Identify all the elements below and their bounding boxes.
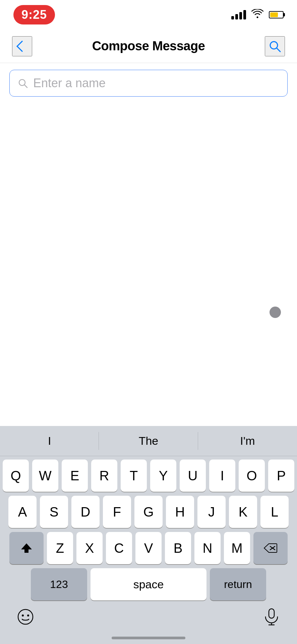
key-row-3: Z X C V B N M xyxy=(2,532,295,564)
return-key[interactable]: return xyxy=(210,568,266,600)
key-w[interactable]: W xyxy=(32,460,58,492)
key-a[interactable]: A xyxy=(8,496,37,528)
key-n[interactable]: N xyxy=(194,532,221,564)
keyboard-rows: Q W E R T Y U I O P A S D F G H J K L xyxy=(0,456,297,602)
svg-rect-9 xyxy=(269,609,274,618)
search-nav-icon xyxy=(268,39,282,54)
signal-bar-4 xyxy=(243,10,246,19)
key-b[interactable]: B xyxy=(165,532,191,564)
key-g[interactable]: G xyxy=(134,496,163,528)
content-area xyxy=(0,103,297,331)
search-input[interactable] xyxy=(33,76,280,90)
time-pill: 9:25 xyxy=(13,5,55,24)
nav-bar: Compose Message xyxy=(0,30,297,63)
back-button[interactable] xyxy=(12,36,32,56)
key-h[interactable]: H xyxy=(166,496,194,528)
key-t[interactable]: T xyxy=(121,460,147,492)
space-key[interactable]: space xyxy=(91,568,206,600)
key-p[interactable]: P xyxy=(268,460,294,492)
shift-key[interactable] xyxy=(9,532,44,564)
suggestion-i[interactable]: I xyxy=(0,426,99,456)
key-f[interactable]: F xyxy=(103,496,131,528)
key-d[interactable]: D xyxy=(71,496,100,528)
key-j[interactable]: J xyxy=(197,496,226,528)
key-u[interactable]: U xyxy=(180,460,206,492)
keyboard: I The I'm Q W E R T Y U I O P A S D F G … xyxy=(0,426,297,644)
svg-point-7 xyxy=(22,614,24,616)
key-row-4: 123 space return xyxy=(2,568,295,600)
key-row-2: A S D F G H J K L xyxy=(2,496,295,528)
signal-bars xyxy=(231,10,246,19)
key-m[interactable]: M xyxy=(224,532,250,564)
key-z[interactable]: Z xyxy=(47,532,73,564)
svg-line-3 xyxy=(24,85,27,88)
key-l[interactable]: L xyxy=(260,496,289,528)
nav-title: Compose Message xyxy=(92,39,205,53)
key-v[interactable]: V xyxy=(135,532,162,564)
svg-point-6 xyxy=(18,609,33,624)
svg-line-1 xyxy=(277,48,280,52)
search-input-wrapper[interactable] xyxy=(9,70,288,97)
status-bar: 9:25 xyxy=(0,0,297,30)
microphone-key[interactable] xyxy=(259,605,284,629)
emoji-key[interactable] xyxy=(13,605,38,629)
key-q[interactable]: Q xyxy=(3,460,29,492)
key-k[interactable]: K xyxy=(229,496,257,528)
home-indicator xyxy=(0,632,297,644)
numbers-key[interactable]: 123 xyxy=(31,568,87,600)
keyboard-bottom-bar xyxy=(0,602,297,632)
battery-icon xyxy=(269,11,284,18)
keyboard-suggestions: I The I'm xyxy=(0,426,297,456)
home-bar xyxy=(112,637,185,639)
delete-key[interactable] xyxy=(253,532,288,564)
search-container xyxy=(0,63,297,103)
key-o[interactable]: O xyxy=(239,460,265,492)
signal-bar-3 xyxy=(239,12,242,19)
suggestion-the[interactable]: The xyxy=(99,426,198,456)
suggestion-im[interactable]: I'm xyxy=(198,426,297,456)
key-r[interactable]: R xyxy=(91,460,117,492)
svg-point-8 xyxy=(27,614,29,616)
search-button[interactable] xyxy=(265,36,285,56)
key-y[interactable]: Y xyxy=(150,460,176,492)
scroll-indicator xyxy=(270,307,281,318)
key-c[interactable]: C xyxy=(106,532,132,564)
signal-bar-1 xyxy=(231,16,234,19)
key-s[interactable]: S xyxy=(40,496,68,528)
status-right xyxy=(231,9,284,21)
key-row-1: Q W E R T Y U I O P xyxy=(2,460,295,492)
signal-bar-2 xyxy=(235,14,238,19)
back-chevron-icon xyxy=(16,41,28,52)
key-e[interactable]: E xyxy=(62,460,88,492)
wifi-icon xyxy=(251,9,263,21)
key-i[interactable]: I xyxy=(209,460,235,492)
key-x[interactable]: X xyxy=(76,532,103,564)
status-time: 9:25 xyxy=(21,8,47,22)
search-input-icon xyxy=(17,77,28,89)
